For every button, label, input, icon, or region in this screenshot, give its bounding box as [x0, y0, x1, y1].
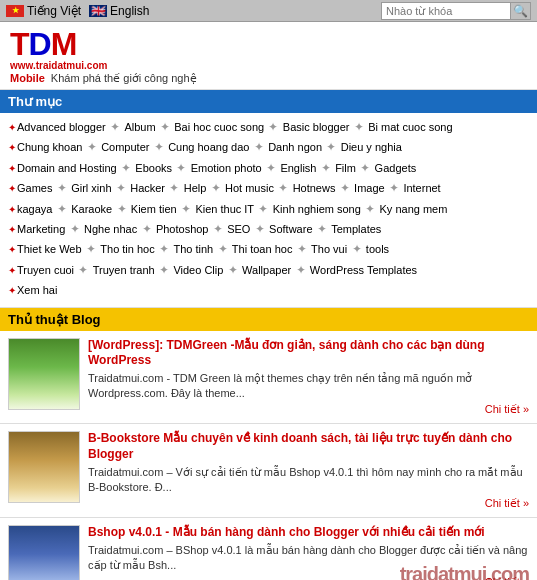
thu-muc-item: Cung hoang dao — [168, 140, 249, 154]
thu-muc-link[interactable]: Album — [124, 121, 155, 133]
posts-area: [WordPress]: TDMGreen -Mẫu đơn giản, sán… — [0, 331, 537, 580]
post-excerpt-text: Traidatmui.com - TDM Green là một themes… — [88, 372, 472, 399]
lang-en[interactable]: English — [89, 4, 149, 18]
thu-muc-item: ✦Chung khoan — [8, 140, 82, 154]
thu-muc-link[interactable]: Domain and Hosting — [17, 162, 117, 174]
logo-d: D — [29, 26, 51, 62]
thu-muc-item: Basic blogger — [283, 120, 350, 134]
thu-muc-link[interactable]: Film — [335, 162, 356, 174]
thu-muc-item: Thi toan hoc — [232, 242, 293, 256]
thu-muc-link[interactable]: Ky nang mem — [380, 203, 448, 215]
logo-area: TDM www.traidatmui.com Mobile Khám phá t… — [0, 22, 537, 90]
thu-muc-link[interactable]: Karaoke — [71, 203, 112, 215]
post-item: Bshop v4.0.1 - Mẫu bán hàng dành cho Blo… — [0, 518, 537, 580]
post-thumbnail — [8, 525, 80, 580]
thu-muc-link[interactable]: Image — [354, 182, 385, 194]
thu-muc-link[interactable]: Basic blogger — [283, 121, 350, 133]
read-more-link[interactable]: Chi tiết » — [485, 497, 529, 509]
thu-muc-link[interactable]: Computer — [101, 141, 149, 153]
post-excerpt-text: Traidatmui.com – BShop v4.0.1 là mẫu bán… — [88, 544, 527, 571]
thu-muc-item: Wallpaper — [242, 263, 291, 277]
logo-tagline: Mobile Khám phá thế giới công nghệ — [10, 72, 197, 85]
search-button[interactable]: 🔍 — [511, 2, 531, 20]
thu-muc-link[interactable]: Wallpaper — [242, 264, 291, 276]
thu-muc-link[interactable]: Dieu y nghia — [341, 141, 402, 153]
thu-muc-link[interactable]: Templates — [331, 223, 381, 235]
thu-muc-link[interactable]: Help — [184, 182, 207, 194]
bullet-icon: ✦ — [8, 163, 16, 174]
thu-muc-link[interactable]: Kiem tien — [131, 203, 177, 215]
post-thumbnail — [8, 431, 80, 503]
search-input[interactable] — [381, 2, 511, 20]
mobile-link[interactable]: Mobile — [10, 72, 45, 85]
thu-muc-item: Emotion photo — [191, 161, 262, 175]
thu-muc-item: Karaoke — [71, 202, 112, 216]
bullet-icon: ✦ — [8, 265, 16, 276]
thu-muc-link[interactable]: Cung hoang dao — [168, 141, 249, 153]
thu-muc-link[interactable]: tools — [366, 243, 389, 255]
thu-muc-link[interactable]: Bi mat cuoc song — [368, 121, 452, 133]
thu-muc-item: Film — [335, 161, 356, 175]
thu-muc-link[interactable]: Tho tinh — [173, 243, 213, 255]
thu-muc-item: ✦Truyen cuoi — [8, 263, 74, 277]
thu-muc-link[interactable]: Kien thuc IT — [195, 203, 254, 215]
thu-muc-link[interactable]: Software — [269, 223, 312, 235]
thu-muc-link[interactable]: Hotnews — [293, 182, 336, 194]
thu-muc-link[interactable]: Hot music — [225, 182, 274, 194]
thu-muc-link[interactable]: Danh ngon — [268, 141, 322, 153]
bullet-icon: ✦ — [8, 244, 16, 255]
post-title-link[interactable]: [WordPress]: TDMGreen -Mẫu đơn giản, sán… — [88, 338, 484, 368]
read-more-link[interactable]: Chi tiết » — [485, 403, 529, 415]
thu-muc-item: Album — [124, 120, 155, 134]
lang-vn[interactable]: ★ Tiếng Việt — [6, 4, 81, 18]
thu-muc-link[interactable]: Thi toan hoc — [232, 243, 293, 255]
thu-muc-link[interactable]: Emotion photo — [191, 162, 262, 174]
thu-muc-item: Bi mat cuoc song — [368, 120, 452, 134]
thu-muc-link[interactable]: Thiet ke Web — [17, 243, 82, 255]
thu-muc-item: Nghe nhac — [84, 222, 137, 236]
thu-muc-link[interactable]: Photoshop — [156, 223, 209, 235]
thu-muc-link[interactable]: Kinh nghiem song — [273, 203, 361, 215]
thu-muc-link[interactable]: Xem hai — [17, 284, 57, 296]
thu-muc-link[interactable]: Tho tin hoc — [100, 243, 154, 255]
language-switcher: ★ Tiếng Việt English — [6, 4, 149, 18]
search-bar: 🔍 — [381, 2, 531, 20]
thu-muc-link[interactable]: English — [280, 162, 316, 174]
thu-muc-item: Video Clip — [173, 263, 223, 277]
thu-muc-link[interactable]: Video Clip — [173, 264, 223, 276]
thu-muc-item: SEO — [227, 222, 250, 236]
thu-muc-link[interactable]: Chung khoan — [17, 141, 82, 153]
logo-tdm: TDM — [10, 28, 197, 60]
thu-muc-link[interactable]: Marketing — [17, 223, 65, 235]
thu-muc-item: Truyen tranh — [93, 263, 155, 277]
thu-muc-item: Tho vui — [311, 242, 347, 256]
post-content: [WordPress]: TDMGreen -Mẫu đơn giản, sán… — [88, 338, 529, 417]
thu-muc-item: Hot music — [225, 181, 274, 195]
thu-muc-link[interactable]: SEO — [227, 223, 250, 235]
thu-muc-link[interactable]: Girl xinh — [71, 182, 111, 194]
thu-muc-item: Dieu y nghia — [341, 140, 402, 154]
thu-muc-item: Girl xinh — [71, 181, 111, 195]
thu-muc-item: ✦Thiet ke Web — [8, 242, 82, 256]
logo-tagline-text: Khám phá thế giới công nghệ — [51, 72, 197, 85]
thu-muc-link[interactable]: Truyen tranh — [93, 264, 155, 276]
thu-muc-link[interactable]: Hacker — [130, 182, 165, 194]
thu-muc-link[interactable]: WordPress Templates — [310, 264, 417, 276]
thu-muc-link[interactable]: Nghe nhac — [84, 223, 137, 235]
thu-muc-link[interactable]: Truyen cuoi — [17, 264, 74, 276]
thu-muc-link[interactable]: Bai hoc cuoc song — [174, 121, 264, 133]
thu-muc-link[interactable]: Gadgets — [375, 162, 417, 174]
read-more-link[interactable]: Chi tiết » — [485, 576, 529, 580]
thu-muc-link[interactable]: kagaya — [17, 203, 52, 215]
thu-muc-link[interactable]: Tho vui — [311, 243, 347, 255]
thu-muc-link[interactable]: Ebooks — [135, 162, 172, 174]
thu-muc-link[interactable]: Advanced blogger — [17, 121, 106, 133]
thu-muc-link[interactable]: Internet — [403, 182, 440, 194]
post-title-link[interactable]: Bshop v4.0.1 - Mẫu bán hàng dành cho Blo… — [88, 525, 485, 539]
thu-muc-item: Photoshop — [156, 222, 209, 236]
thu-muc-link[interactable]: Games — [17, 182, 52, 194]
post-title-link[interactable]: B-Bookstore Mẫu chuyên về kinh doanh sác… — [88, 431, 512, 461]
post-title: [WordPress]: TDMGreen -Mẫu đơn giản, sán… — [88, 338, 529, 369]
thu-muc-item: Software — [269, 222, 312, 236]
post-excerpt-text: Traidatmui.com – Với sự cải tiến từ mẫu … — [88, 466, 523, 493]
